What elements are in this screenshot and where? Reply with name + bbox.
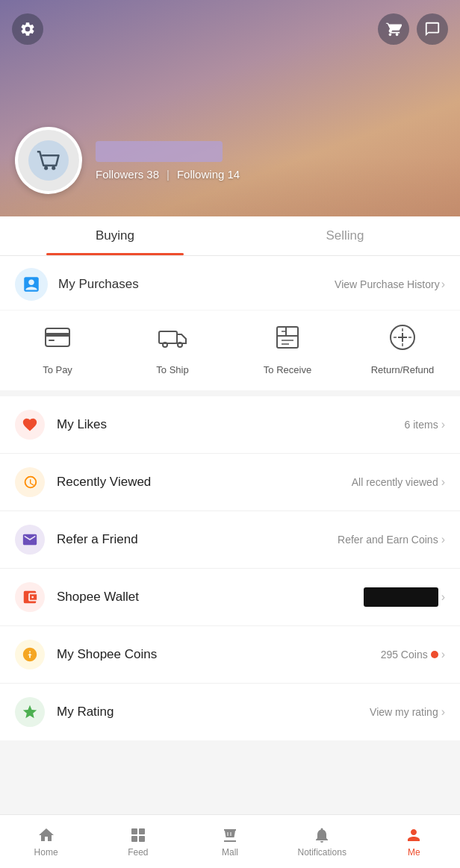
shopee-wallet-label: Shopee Wallet: [57, 590, 364, 605]
recently-viewed-value: All recently viewed ›: [352, 475, 445, 489]
svg-rect-14: [139, 836, 145, 842]
home-icon: [37, 826, 55, 844]
mall-icon: [221, 826, 239, 844]
nav-feed[interactable]: Feed: [92, 815, 184, 868]
view-purchase-history[interactable]: View Purchase History ›: [335, 278, 445, 291]
to-ship-label: To Ship: [156, 364, 188, 375]
top-right-icons: [378, 13, 448, 45]
chevron-icon: ›: [441, 533, 445, 546]
chevron-icon: ›: [441, 590, 445, 604]
chevron-icon: ›: [441, 705, 445, 719]
my-rating-value: View my rating ›: [370, 705, 445, 719]
chat-button[interactable]: [417, 13, 448, 45]
list-item-recently-viewed[interactable]: Recently Viewed All recently viewed ›: [0, 454, 460, 511]
purchase-quick-actions: To Pay To Ship To Receive: [0, 310, 460, 390]
profile-info: Followers 38 | Following 14: [96, 141, 240, 181]
my-likes-label: My Likes: [57, 417, 405, 432]
svg-rect-12: [139, 828, 145, 834]
svg-rect-3: [46, 328, 69, 346]
my-rating-label: My Rating: [57, 705, 370, 719]
svg-rect-6: [159, 331, 177, 343]
settings-button[interactable]: [12, 13, 43, 45]
notification-dot: [431, 651, 438, 658]
action-to-ship[interactable]: To Ship: [115, 318, 230, 375]
followers-stat: Followers 38: [96, 168, 159, 181]
svg-rect-9: [277, 327, 298, 348]
nav-mall-label: Mall: [222, 847, 238, 858]
refer-friend-icon: [15, 525, 45, 555]
shopee-wallet-icon: [15, 582, 45, 612]
bottom-navigation: Home Feed Mall Notifications Me: [0, 814, 460, 868]
svg-rect-5: [49, 340, 55, 341]
svg-rect-11: [131, 828, 137, 834]
feed-icon: [129, 826, 147, 844]
to-ship-icon: [153, 318, 192, 357]
nav-home-label: Home: [34, 847, 58, 858]
wallet-balance-bar: [364, 587, 438, 607]
profile-banner: Followers 38 | Following 14: [0, 0, 460, 216]
svg-rect-0: [28, 140, 69, 181]
refer-friend-label: Refer a Friend: [57, 532, 338, 547]
purchases-icon: [15, 268, 48, 301]
avatar-image: [18, 130, 79, 191]
to-pay-label: To Pay: [43, 364, 72, 375]
nav-notifications-label: Notifications: [298, 847, 346, 858]
svg-rect-13: [131, 836, 137, 842]
tab-buying[interactable]: Buying: [0, 216, 230, 255]
nav-notifications[interactable]: Notifications: [276, 815, 368, 868]
follow-stats: Followers 38 | Following 14: [96, 168, 240, 181]
tabs-bar: Buying Selling: [0, 216, 460, 256]
refer-friend-value: Refer and Earn Coins ›: [338, 533, 445, 546]
return-refund-icon: [383, 318, 422, 357]
chevron-icon: ›: [441, 475, 445, 489]
my-likes-icon: [15, 410, 45, 440]
list-item-refer-friend[interactable]: Refer a Friend Refer and Earn Coins ›: [0, 511, 460, 569]
tab-selling[interactable]: Selling: [230, 216, 460, 255]
cart-button[interactable]: [378, 13, 409, 45]
list-section: My Likes 6 items › Recently Viewed All r…: [0, 396, 460, 740]
list-item-shopee-wallet[interactable]: Shopee Wallet ›: [0, 569, 460, 626]
action-to-receive[interactable]: To Receive: [230, 318, 345, 375]
my-likes-value: 6 items ›: [405, 418, 445, 431]
action-to-pay[interactable]: To Pay: [0, 318, 115, 375]
nav-mall[interactable]: Mall: [184, 815, 276, 868]
nav-me[interactable]: Me: [368, 815, 460, 868]
nav-me-label: Me: [408, 847, 420, 858]
svg-rect-4: [46, 333, 69, 337]
svg-point-7: [163, 343, 167, 347]
chevron-icon: ›: [441, 648, 445, 661]
following-stat: Following 14: [177, 168, 240, 181]
recently-viewed-label: Recently Viewed: [57, 475, 352, 490]
svg-point-1: [44, 166, 48, 170]
chevron-icon: ›: [441, 418, 445, 431]
to-receive-label: To Receive: [264, 364, 311, 375]
svg-point-2: [52, 166, 55, 170]
to-pay-icon: [38, 318, 77, 357]
svg-point-8: [178, 343, 182, 347]
list-item-my-likes[interactable]: My Likes 6 items ›: [0, 396, 460, 454]
list-item-shopee-coins[interactable]: My Shopee Coins 295 Coins ›: [0, 626, 460, 684]
profile-section: Followers 38 | Following 14: [15, 127, 240, 194]
notifications-icon: [313, 826, 331, 844]
nav-home[interactable]: Home: [0, 815, 92, 868]
me-icon: [405, 826, 423, 844]
nav-feed-label: Feed: [128, 847, 148, 858]
top-action-bar: [0, 13, 460, 45]
shopee-coins-value: 295 Coins ›: [381, 648, 445, 661]
my-purchases-row[interactable]: My Purchases View Purchase History ›: [0, 256, 460, 310]
shopee-coins-icon: [15, 640, 45, 669]
to-receive-icon: [268, 318, 307, 357]
username-bar: [96, 141, 223, 162]
my-rating-icon: [15, 697, 45, 727]
shopee-coins-label: My Shopee Coins: [57, 647, 381, 662]
purchases-label: My Purchases: [58, 277, 335, 292]
action-return-refund[interactable]: Return/Refund: [345, 318, 460, 375]
shopee-wallet-value: ›: [364, 587, 445, 607]
return-refund-label: Return/Refund: [371, 364, 435, 375]
list-item-my-rating[interactable]: My Rating View my rating ›: [0, 684, 460, 740]
chevron-icon: ›: [441, 278, 445, 291]
recently-viewed-icon: [15, 467, 45, 497]
avatar[interactable]: [15, 127, 82, 194]
